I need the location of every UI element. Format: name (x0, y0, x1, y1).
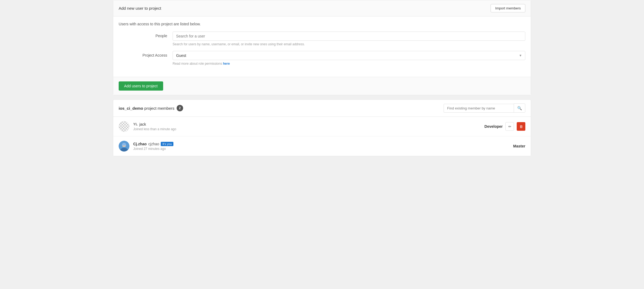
svg-rect-25 (119, 129, 120, 131)
member-joined: Joined 27 minutes ago (133, 147, 513, 151)
svg-rect-16 (128, 125, 129, 127)
pencil-icon: ✏ (508, 125, 511, 129)
svg-rect-26 (122, 129, 123, 131)
edit-member-button[interactable]: ✏ (505, 122, 514, 131)
permissions-link[interactable]: here (223, 62, 230, 66)
description-text: Users with access to this project are li… (119, 22, 525, 26)
member-info: YL jack Joined less than a minute ago (133, 122, 484, 131)
svg-rect-31 (126, 131, 127, 132)
svg-rect-4 (127, 121, 128, 123)
svg-rect-30 (123, 131, 124, 132)
its-you-badge: It's you (161, 142, 173, 146)
svg-rect-32 (128, 131, 129, 132)
section-title: Add new user to project (119, 6, 161, 11)
avatar (119, 141, 129, 152)
members-count-badge: 2 (177, 105, 183, 111)
table-row: Cj.zhao cjzhao It's you Joined 27 minute… (113, 136, 531, 156)
member-initials: YL (133, 122, 138, 126)
add-users-button[interactable]: Add users to project (119, 81, 163, 91)
member-role: Master (513, 144, 525, 148)
member-role: Developer (484, 124, 503, 129)
people-search-input[interactable] (173, 32, 525, 41)
svg-rect-10 (122, 124, 123, 125)
member-name: jack (139, 122, 146, 126)
svg-rect-24 (128, 128, 129, 129)
svg-rect-7 (126, 123, 127, 124)
members-title: ios_ci_demo project members 2 (119, 105, 183, 111)
svg-rect-11 (124, 124, 126, 125)
member-joined: Joined less than a minute ago (133, 127, 484, 131)
svg-rect-38 (122, 146, 126, 147)
trash-icon: 🗑 (519, 125, 523, 129)
import-members-button[interactable]: Import members (491, 4, 525, 12)
svg-rect-1 (119, 121, 120, 123)
member-role-section: Developer ✏ 🗑 (484, 122, 525, 131)
table-row: YL jack Joined less than a minute ago De… (113, 117, 531, 136)
people-label: People (119, 32, 173, 38)
svg-rect-22 (123, 128, 124, 129)
svg-rect-23 (126, 128, 127, 129)
delete-member-button[interactable]: 🗑 (517, 122, 525, 131)
member-search-input[interactable] (444, 104, 514, 113)
svg-rect-8 (128, 123, 129, 124)
project-access-select[interactable]: Guest Reporter Developer Master Owner (173, 51, 525, 60)
svg-rect-12 (127, 124, 128, 125)
svg-rect-20 (127, 127, 128, 128)
member-name: Cj.zhao (133, 142, 147, 146)
svg-rect-15 (126, 125, 127, 127)
svg-rect-28 (127, 129, 128, 131)
svg-rect-18 (122, 127, 123, 128)
svg-rect-21 (120, 128, 122, 129)
people-hint: Search for users by name, username, or e… (173, 42, 525, 46)
member-role-section: Master (513, 144, 525, 148)
member-search-button[interactable]: 🔍 (514, 104, 525, 113)
member-info: Cj.zhao cjzhao It's you Joined 27 minute… (133, 142, 513, 151)
members-title-suffix: project members (143, 106, 174, 111)
avatar (119, 121, 129, 132)
svg-rect-27 (124, 129, 126, 131)
project-name: ios_ci_demo (119, 106, 143, 111)
svg-rect-29 (120, 131, 122, 132)
svg-rect-13 (120, 125, 122, 127)
member-username: cjzhao (148, 142, 159, 146)
permissions-hint: Read more about role permissions here (173, 62, 525, 66)
svg-rect-19 (124, 127, 126, 128)
project-access-label: Project Access (119, 51, 173, 57)
svg-rect-6 (123, 123, 124, 124)
search-icon: 🔍 (517, 106, 522, 110)
svg-rect-14 (123, 125, 124, 127)
